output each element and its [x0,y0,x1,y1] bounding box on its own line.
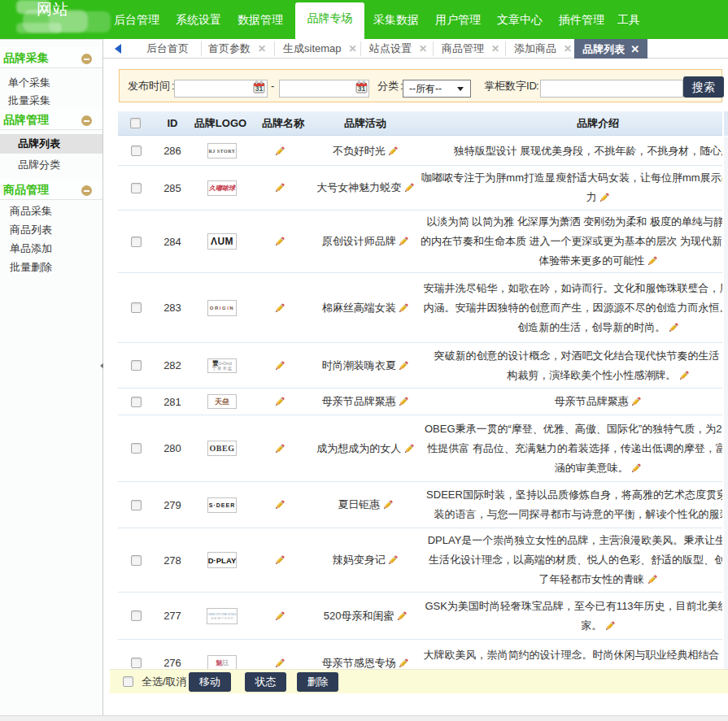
svg-text:31: 31 [255,85,264,93]
svg-text:31: 31 [358,85,366,93]
